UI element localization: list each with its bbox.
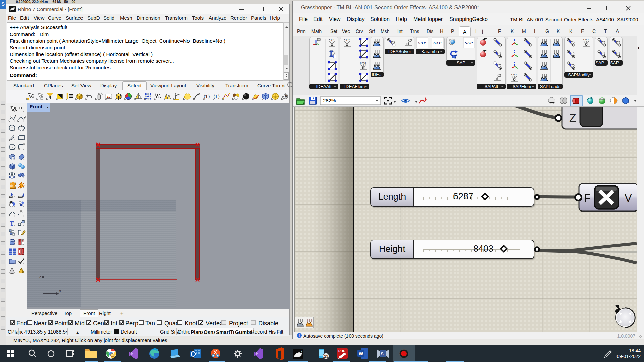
svg-text:Z: Z (569, 111, 576, 124)
svg-text:x: x (59, 288, 61, 293)
svg-text:S: S (381, 351, 384, 356)
svg-text:F: F (584, 192, 591, 204)
svg-text:⟨: ⟨ (213, 94, 215, 99)
svg-text:⟩: ⟩ (208, 94, 210, 99)
svg-text:z: z (39, 274, 41, 279)
svg-text:»: » (285, 92, 287, 98)
svg-text:W: W (359, 351, 363, 356)
svg-text:⟩: ⟩ (218, 94, 220, 99)
svg-text:PDF: PDF (338, 349, 345, 353)
svg-text:V: V (625, 192, 632, 204)
svg-text:T: T (10, 220, 14, 227)
svg-text:10: 10 (107, 95, 111, 98)
svg-text:282%: 282% (323, 98, 336, 103)
svg-text:23: 23 (324, 354, 328, 358)
svg-text:I: I (215, 94, 217, 99)
svg-text:111: 111 (11, 241, 15, 244)
